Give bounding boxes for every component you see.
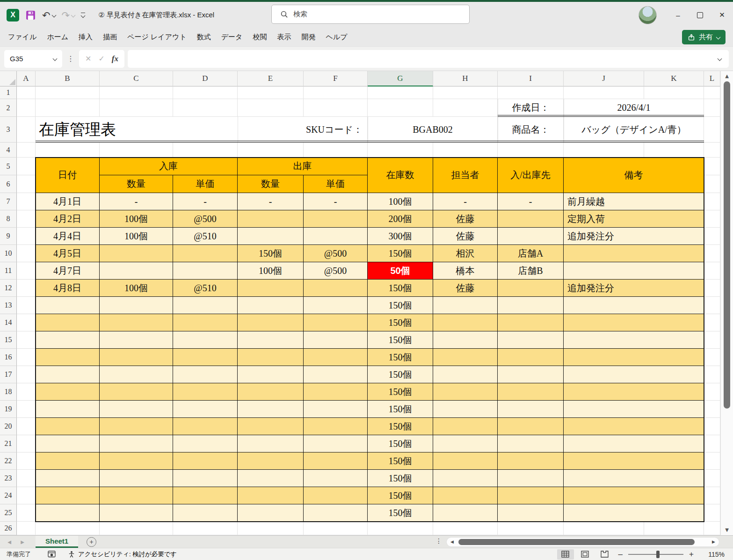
cell-G9-stock[interactable]: 300個 — [368, 228, 433, 245]
cell-B17-date[interactable] — [36, 366, 100, 383]
cell-G14-stock[interactable]: 150個 — [368, 314, 433, 331]
row-header-1[interactable]: 1 — [0, 86, 17, 99]
grid-cell-L19[interactable] — [704, 401, 720, 418]
cell-J25-note[interactable] — [564, 504, 704, 522]
cell-H18-person[interactable] — [433, 383, 498, 401]
cell-G20-stock[interactable]: 150個 — [368, 418, 433, 435]
cell-G23-stock[interactable]: 150個 — [368, 470, 433, 487]
row-header-9[interactable]: 9 — [0, 228, 17, 245]
cell-F11-out_price[interactable]: @500 — [304, 262, 368, 280]
cell-D7-in_price[interactable]: - — [173, 193, 238, 210]
grid-cell-B4[interactable] — [36, 143, 100, 158]
cell-J14-note[interactable] — [564, 314, 704, 331]
cell-C14-in_qty[interactable] — [100, 314, 173, 331]
row-header-16[interactable]: 16 — [0, 349, 17, 366]
cell-sku-label[interactable]: SKUコード： — [238, 117, 368, 143]
cell-C13-in_qty[interactable] — [100, 297, 173, 314]
cell-D17-in_price[interactable] — [173, 366, 238, 383]
column-header-J[interactable]: J — [564, 71, 644, 86]
cell-B25-date[interactable] — [36, 504, 100, 522]
ribbon-tab-7[interactable]: 校閲 — [247, 29, 272, 46]
grid-cell-A17[interactable] — [17, 366, 36, 383]
header-inbound-price[interactable]: 単価 — [173, 175, 238, 193]
grid-cell-L1[interactable] — [704, 86, 720, 99]
grid-cell-L14[interactable] — [704, 314, 720, 331]
cell-H22-person[interactable] — [433, 452, 498, 470]
cell-H12-person[interactable]: 佐藤 — [433, 280, 498, 297]
cell-D10-in_price[interactable] — [173, 245, 238, 262]
vertical-scroll-thumb[interactable] — [724, 81, 730, 409]
grid-cell-L6[interactable] — [704, 175, 720, 193]
cell-E19-out_qty[interactable] — [238, 401, 304, 418]
grid-cell-L7[interactable] — [704, 193, 720, 210]
cell-F23-out_price[interactable] — [304, 470, 368, 487]
cell-F8-out_price[interactable] — [304, 210, 368, 228]
grid-cell-A22[interactable] — [17, 452, 36, 470]
cell-I18-dest[interactable] — [498, 383, 564, 401]
zoom-out-button[interactable]: – — [615, 550, 626, 559]
cell-B11-date[interactable]: 4月7日 — [36, 262, 100, 280]
excel-logo-icon[interactable]: X — [7, 9, 19, 22]
cell-I16-dest[interactable] — [498, 349, 564, 366]
cell-H17-person[interactable] — [433, 366, 498, 383]
cell-D22-in_price[interactable] — [173, 452, 238, 470]
cell-F14-out_price[interactable] — [304, 314, 368, 331]
row-header-10[interactable]: 10 — [0, 245, 17, 262]
grid-cell-A20[interactable] — [17, 418, 36, 435]
cell-D12-in_price[interactable]: @510 — [173, 280, 238, 297]
cell-B19-date[interactable] — [36, 401, 100, 418]
maximize-button[interactable] — [689, 2, 711, 28]
column-header-C[interactable]: C — [100, 71, 173, 86]
grid-cell-B26[interactable] — [36, 522, 100, 535]
cell-B15-date[interactable] — [36, 331, 100, 349]
grid-cell-K26[interactable] — [644, 522, 704, 535]
grid-cell-I26[interactable] — [498, 522, 564, 535]
cell-C9-in_qty[interactable]: 100個 — [100, 228, 173, 245]
cell-C18-in_qty[interactable] — [100, 383, 173, 401]
cell-I12-dest[interactable] — [498, 280, 564, 297]
column-header-E[interactable]: E — [238, 71, 304, 86]
grid-cell-A2[interactable] — [17, 99, 36, 117]
grid-cell-L9[interactable] — [704, 228, 720, 245]
cell-E18-out_qty[interactable] — [238, 383, 304, 401]
cell-F17-out_price[interactable] — [304, 366, 368, 383]
save-button[interactable] — [25, 10, 36, 21]
grid-cell-H1[interactable] — [433, 86, 498, 99]
grid-cell-F4[interactable] — [304, 143, 368, 158]
cell-B18-date[interactable] — [36, 383, 100, 401]
minimize-button[interactable]: – — [667, 2, 689, 28]
scroll-right-icon[interactable]: ▶ — [712, 539, 715, 544]
row-header-5[interactable]: 5 — [0, 158, 17, 175]
cell-D15-in_price[interactable] — [173, 331, 238, 349]
ribbon-tab-3[interactable]: 描画 — [98, 29, 122, 46]
row-header-17[interactable]: 17 — [0, 366, 17, 383]
cell-F22-out_price[interactable] — [304, 452, 368, 470]
scroll-down-icon[interactable]: ▼ — [721, 527, 733, 532]
column-header-I[interactable]: I — [498, 71, 564, 86]
cell-C7-in_qty[interactable]: - — [100, 193, 173, 210]
grid-cell-L8[interactable] — [704, 210, 720, 228]
cell-C8-in_qty[interactable]: 100個 — [100, 210, 173, 228]
cell-C17-in_qty[interactable] — [100, 366, 173, 383]
grid-cell-A12[interactable] — [17, 280, 36, 297]
cell-G7-stock[interactable]: 100個 — [368, 193, 433, 210]
row-header-20[interactable]: 20 — [0, 418, 17, 435]
grid-cell-L21[interactable] — [704, 435, 720, 452]
grid-cell-L13[interactable] — [704, 297, 720, 314]
sheet-nav-left-icon[interactable]: ◀ — [3, 539, 16, 545]
cell-H20-person[interactable] — [433, 418, 498, 435]
cell-F10-out_price[interactable]: @500 — [304, 245, 368, 262]
column-header-B[interactable]: B — [36, 71, 100, 86]
cell-F13-out_price[interactable] — [304, 297, 368, 314]
cell-B23-date[interactable] — [36, 470, 100, 487]
grid-cell-F2[interactable] — [304, 99, 368, 117]
grid-cell-L25[interactable] — [704, 504, 720, 522]
grid-cell-E1[interactable] — [238, 86, 304, 99]
cell-D14-in_price[interactable] — [173, 314, 238, 331]
cell-I22-dest[interactable] — [498, 452, 564, 470]
cell-J22-note[interactable] — [564, 452, 704, 470]
cell-G25-stock[interactable]: 150個 — [368, 504, 433, 522]
cell-J10-note[interactable] — [564, 245, 704, 262]
cell-J9-note[interactable]: 追加発注分 — [564, 228, 704, 245]
header-stock[interactable]: 在庫数 — [368, 158, 433, 193]
